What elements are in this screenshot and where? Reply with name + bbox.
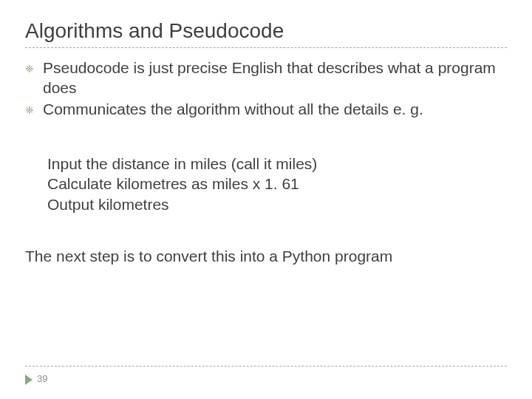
bullet-item: Communicates the algorithm without all t… <box>43 100 507 120</box>
page-arrow-icon <box>25 375 33 385</box>
pseudocode-line: Output kilometres <box>47 194 507 215</box>
bullet-icon: ❈ <box>25 58 43 98</box>
pseudocode-block: Input the distance in miles (call it mil… <box>47 154 507 215</box>
pseudocode-line: Input the distance in miles (call it mil… <box>47 154 507 174</box>
closing-text: The next step is to convert this into a … <box>25 246 507 266</box>
bullet-item: Pseudocode is just precise English that … <box>43 58 507 98</box>
bullet-list: ❈ Pseudocode is just precise English tha… <box>25 58 507 120</box>
title-divider <box>25 47 507 48</box>
pseudocode-line: Calculate kilometres as miles x 1. 61 <box>47 174 507 194</box>
page-number: 39 <box>37 373 47 384</box>
svg-marker-0 <box>25 375 33 385</box>
page-title: Algorithms and Pseudocode <box>25 19 507 43</box>
footer-divider <box>25 366 507 366</box>
slide: Algorithms and Pseudocode ❈ Pseudocode i… <box>0 0 532 399</box>
bullet-icon: ❈ <box>25 100 43 120</box>
